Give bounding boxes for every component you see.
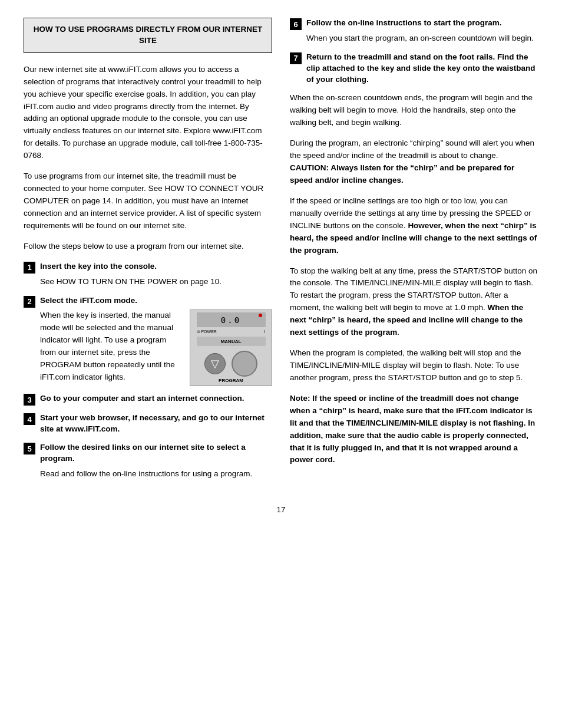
step-2-text: When the key is inserted, the manual mod… [40,309,184,386]
left-column: HOW TO USE PROGRAMS DIRECTLY FROM OUR IN… [24,18,272,487]
step-7: 7 Return to the treadmill and stand on t… [290,52,538,85]
console-label-power: ⊙ POWER [197,330,217,334]
step-7-title: Return to the treadmill and stand on the… [306,52,538,85]
console-manual-label: MANUAL [197,337,266,346]
page-container: HOW TO USE PROGRAMS DIRECTLY FROM OUR IN… [24,18,538,514]
right-para-5: When the program is completed, the walki… [290,347,538,384]
right-para-3: If the speed or incline settings are too… [290,195,538,257]
step-7-content: Return to the treadmill and stand on the… [306,52,538,85]
step-3-content: Go to your computer and start an interne… [40,393,272,404]
right-para-4: To stop the walking belt at any time, pr… [290,265,538,340]
step-4-content: Start your web browser, if necessary, an… [40,413,272,435]
step-2-title: Select the iFIT.com mode. [40,295,272,307]
step-1: 1 Insert the key into the console. See H… [24,261,272,288]
step-3: 3 Go to your computer and start an inter… [24,393,272,406]
step-4: 4 Start your web browser, if necessary, … [24,413,272,435]
intro-paragraph-1: Our new internet site at www.iFIT.com al… [24,64,272,162]
step-1-content: Insert the key into the console. See HOW… [40,261,272,288]
right-para-1: When the on-screen countdown ends, the p… [290,92,538,129]
step-3-number: 3 [24,394,35,406]
console-round-button [232,351,257,377]
step-6-content: Follow the on-line instructions to start… [306,18,538,45]
step-4-number: 4 [24,413,35,425]
intro-paragraph-3: Follow the steps below to use a program … [24,241,272,253]
console-top-labels: ⊙ POWER I [197,330,266,334]
console-buttons: ▽ [204,351,257,377]
step-5-content: Follow the desired links on our internet… [40,442,272,480]
step-1-title: Insert the key into the console. [40,261,272,272]
console-bottom-label: PROGRAM [197,378,266,383]
step-6-number: 6 [290,18,302,30]
header-title: HOW TO USE PROGRAMS DIRECTLY FROM OUR IN… [32,24,263,47]
step-5: 5 Follow the desired links on our intern… [24,442,272,480]
console-illustration: 0.0 ⊙ POWER I MANUAL ▽ [190,309,272,386]
console-display-text: 0.0 [221,315,241,325]
step-2-with-image: When the key is inserted, the manual mod… [40,309,272,386]
step-2-content: Select the iFIT.com mode. When the key i… [40,295,272,387]
page-number: 17 [24,505,538,514]
step-4-title: Start your web browser, if necessary, an… [40,413,272,435]
console-program-label: PROGRAM [219,378,243,383]
step-3-title: Go to your computer and start an interne… [40,393,272,404]
right-para-2: During the program, an electronic “chirp… [290,137,538,187]
step-1-number: 1 [24,262,35,274]
step-6-title: Follow the on-line instructions to start… [306,18,538,29]
step-5-title: Follow the desired links on our internet… [40,442,272,465]
console-display: 0.0 [197,312,266,327]
step-2-number: 2 [24,296,35,308]
power-indicator [259,314,262,317]
console-down-button: ▽ [204,353,226,374]
step-5-body: Read and follow the on-line instructions… [40,468,272,480]
two-column-layout: HOW TO USE PROGRAMS DIRECTLY FROM OUR IN… [24,18,538,487]
step-1-body: See HOW TO TURN ON THE POWER on page 10. [40,276,272,288]
step-6-body: When you start the program, an on-screen… [306,32,538,45]
header-box: HOW TO USE PROGRAMS DIRECTLY FROM OUR IN… [24,18,272,53]
step-2: 2 Select the iFIT.com mode. When the key… [24,295,272,387]
right-note: Note: If the speed or incline of the tre… [290,393,538,467]
step-7-number: 7 [290,52,302,64]
right-column: 6 Follow the on-line instructions to sta… [290,18,538,487]
step-5-number: 5 [24,443,35,454]
intro-paragraph-2: To use programs from our internet site, … [24,170,272,232]
console-label-i: I [265,330,266,334]
step-6: 6 Follow the on-line instructions to sta… [290,18,538,45]
